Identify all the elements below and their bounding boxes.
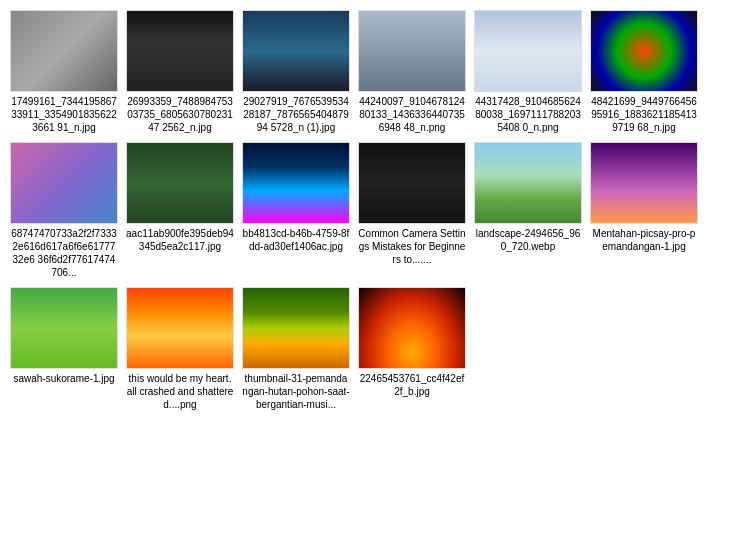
thumbnail-image — [126, 142, 234, 224]
list-item[interactable]: Mentahan-picsay-pro-pemandangan-1.jpg — [590, 142, 698, 279]
list-item[interactable]: 68747470733a2f2f73332e616d617a6f6e617773… — [10, 142, 118, 279]
file-label: thumbnail-31-pemandangan-hutan-pohon-saa… — [242, 372, 350, 411]
thumbnail-image — [126, 287, 234, 369]
thumbnail-image — [358, 10, 466, 92]
list-item[interactable]: this would be my heart. all crashed and … — [126, 287, 234, 411]
file-label: 22465453761_cc4f42ef2f_b.jpg — [358, 372, 466, 398]
file-label: Common Camera Settings Mistakes for Begi… — [358, 227, 466, 266]
file-label: 44317428_910468562480038_169711178820354… — [474, 95, 582, 134]
image-gallery: 17499161_734419586733911_335490183562236… — [0, 0, 730, 421]
file-label: 29027919_767653953428187_787656540487994… — [242, 95, 350, 134]
list-item[interactable]: landscape-2494656_960_720.webp — [474, 142, 582, 279]
list-item[interactable]: 22465453761_cc4f42ef2f_b.jpg — [358, 287, 466, 411]
file-label: this would be my heart. all crashed and … — [126, 372, 234, 411]
thumbnail-image — [242, 287, 350, 369]
file-label: 68747470733a2f2f73332e616d617a6f6e617773… — [10, 227, 118, 279]
list-item[interactable]: thumbnail-31-pemandangan-hutan-pohon-saa… — [242, 287, 350, 411]
thumbnail-image — [10, 142, 118, 224]
thumbnail-image — [590, 142, 698, 224]
list-item[interactable]: 29027919_767653953428187_787656540487994… — [242, 10, 350, 134]
file-label: aac11ab900fe395deb94345d5ea2c117.jpg — [126, 227, 234, 253]
file-label: Mentahan-picsay-pro-pemandangan-1.jpg — [590, 227, 698, 253]
file-label: landscape-2494656_960_720.webp — [474, 227, 582, 253]
file-label: 48421699_944976645695916_188362118541397… — [590, 95, 698, 134]
list-item[interactable]: 17499161_734419586733911_335490183562236… — [10, 10, 118, 134]
file-label: 44240097_910467812480133_143633644073569… — [358, 95, 466, 134]
list-item[interactable]: aac11ab900fe395deb94345d5ea2c117.jpg — [126, 142, 234, 279]
thumbnail-image — [242, 142, 350, 224]
thumbnail-image — [358, 142, 466, 224]
list-item[interactable]: 44317428_910468562480038_169711178820354… — [474, 10, 582, 134]
list-item[interactable]: Common Camera Settings Mistakes for Begi… — [358, 142, 466, 279]
file-label: sawah-sukorame-1.jpg — [13, 372, 114, 385]
list-item[interactable]: sawah-sukorame-1.jpg — [10, 287, 118, 411]
file-label: 17499161_734419586733911_335490183562236… — [10, 95, 118, 134]
thumbnail-image — [126, 10, 234, 92]
list-item[interactable]: bb4813cd-b46b-4759-8fdd-ad30ef1406ac.jpg — [242, 142, 350, 279]
list-item[interactable]: 26993359_748898475303735_680563078023147… — [126, 10, 234, 134]
file-label: 26993359_748898475303735_680563078023147… — [126, 95, 234, 134]
list-item[interactable]: 44240097_910467812480133_143633644073569… — [358, 10, 466, 134]
thumbnail-image — [242, 10, 350, 92]
thumbnail-image — [474, 10, 582, 92]
list-item[interactable]: 48421699_944976645695916_188362118541397… — [590, 10, 698, 134]
file-label: bb4813cd-b46b-4759-8fdd-ad30ef1406ac.jpg — [242, 227, 350, 253]
thumbnail-image — [590, 10, 698, 92]
thumbnail-image — [10, 10, 118, 92]
thumbnail-image — [10, 287, 118, 369]
thumbnail-image — [474, 142, 582, 224]
thumbnail-image — [358, 287, 466, 369]
